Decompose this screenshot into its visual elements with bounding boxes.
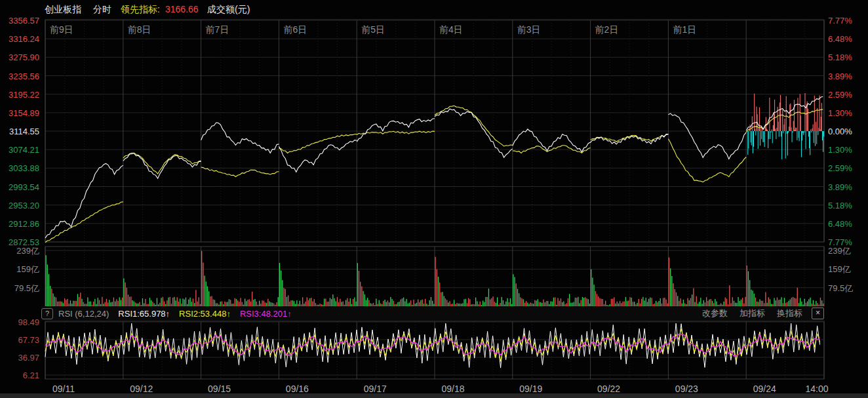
switch-indicator-button[interactable]: 换指标 [777, 308, 802, 319]
volume-bar [646, 298, 646, 306]
change-params-button[interactable]: 改参数 [702, 308, 728, 319]
volume-bar [477, 301, 477, 306]
volume-bar [516, 283, 517, 306]
volume-bar [418, 300, 418, 306]
volume-bar [164, 302, 165, 306]
volume-bar [561, 298, 561, 306]
volume-bar [307, 297, 307, 306]
close-icon[interactable]: × [812, 308, 824, 319]
percent-axis-label: 0.00% [828, 127, 852, 136]
volume-bar [625, 297, 626, 306]
leading-indicator-down-bar [764, 131, 765, 147]
volume-bar [312, 302, 313, 306]
volume-bar [690, 298, 691, 307]
stock-chart-app: 创业板指 分时 领先指标: 3166.66 成交额(元) 3356.573316… [0, 0, 868, 398]
price-axis-label: 3154.89 [1, 108, 39, 117]
volume-bar [435, 257, 435, 306]
volume-bar [553, 298, 554, 306]
volume-bar [642, 297, 643, 306]
volume-bar [651, 298, 652, 306]
volume-bar [732, 297, 733, 306]
volume-bar [770, 299, 770, 306]
leading-indicator-down-bar [788, 131, 789, 132]
volume-bar [751, 290, 751, 306]
volume-bar [519, 293, 519, 306]
volume-bar [454, 300, 454, 307]
volume-bar [45, 255, 46, 306]
volume-bar [673, 283, 673, 306]
volume-bar [285, 289, 286, 306]
volume-bar [406, 299, 406, 306]
volume-bar [292, 300, 293, 306]
volume-axis-label-left: 239亿 [1, 247, 39, 255]
volume-bar [738, 297, 738, 306]
volume-bar [680, 298, 681, 306]
leading-indicator-down-bar [811, 131, 812, 132]
volume-bar [121, 300, 121, 307]
leading-indicator-up-bar [817, 108, 818, 131]
chart-canvas[interactable] [0, 0, 868, 398]
volume-bar [777, 298, 778, 306]
volume-bar [300, 301, 300, 306]
volume-bar [791, 298, 792, 306]
volume-bar [314, 299, 315, 306]
volume-bar [676, 292, 677, 306]
volume-bar [611, 299, 612, 306]
leading-indicator-up-bar [813, 125, 814, 131]
volume-bar [813, 300, 814, 306]
volume-bar [490, 300, 490, 306]
volume-bar [332, 294, 333, 306]
leading-indicator-up-bar [795, 130, 795, 131]
volume-bar [246, 301, 247, 306]
leading-indicator-down-bar [753, 131, 753, 153]
volume-bar [612, 299, 613, 306]
volume-bar [585, 297, 585, 306]
date-axis-label: 09/22 [597, 384, 620, 394]
leading-indicator-down-bar [781, 131, 781, 136]
volume-bar [249, 299, 250, 306]
volume-bar [204, 275, 205, 306]
volume-bar [296, 300, 297, 306]
volume-bar [128, 294, 128, 306]
volume-bar [87, 298, 88, 307]
volume-bar [308, 300, 309, 306]
add-indicator-button[interactable]: 加指标 [740, 308, 765, 319]
leading-indicator-down-bar [816, 131, 817, 144]
leading-indicator-up-bar [804, 93, 805, 131]
volume-bar [543, 300, 543, 306]
leading-indicator-up-bar [767, 130, 768, 131]
volume-bar [328, 302, 329, 306]
bottom-scrollbar[interactable] [0, 393, 868, 398]
volume-bar [758, 302, 759, 306]
volume-bar [113, 298, 114, 306]
volume-bar [70, 300, 71, 306]
rsi-axis-label: 36.97 [1, 353, 39, 362]
volume-bar [578, 297, 578, 306]
help-icon[interactable]: ? [41, 308, 53, 319]
volume-bar [399, 302, 399, 306]
leading-indicator-down-bar [772, 131, 773, 143]
leading-indicator-down-bar [803, 131, 804, 135]
percent-axis-label: 5.18% [828, 201, 852, 209]
volume-bar [197, 302, 197, 306]
volume-bar [513, 274, 513, 306]
leading-indicator-up-bar [783, 125, 784, 131]
volume-bar [77, 294, 78, 306]
volume-bar [583, 298, 584, 306]
volume-bar [123, 279, 124, 306]
volume-bar [239, 302, 239, 306]
rsi-axis-label: 98.49 [1, 318, 39, 327]
volume-bar [250, 302, 251, 306]
volume-bar [115, 302, 115, 306]
volume-bar [801, 302, 802, 306]
leading-indicator-up-bar [760, 128, 761, 131]
volume-bar [390, 297, 391, 306]
volume-bar [788, 301, 789, 306]
volume-bar [289, 302, 290, 306]
volume-bar [781, 297, 781, 306]
volume-bar [177, 297, 178, 306]
volume-bar [229, 299, 229, 306]
volume-bar [54, 296, 55, 306]
volume-bar [650, 298, 650, 306]
price-axis-label: 3033.88 [1, 164, 39, 172]
